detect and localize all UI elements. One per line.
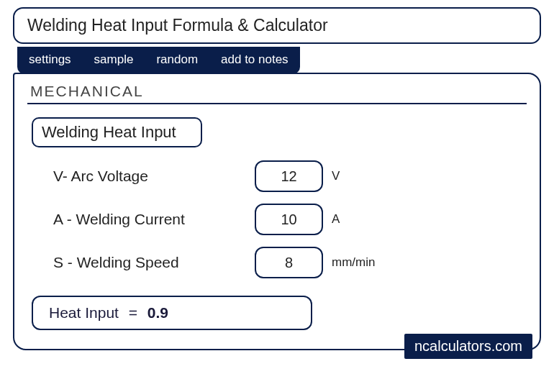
field-row-voltage: V- Arc Voltage V xyxy=(27,160,527,192)
result-label: Heat Input xyxy=(49,304,119,321)
calculator-subtitle: Welding Heat Input xyxy=(32,117,202,147)
field-row-speed: S - Welding Speed mm/min xyxy=(27,247,527,278)
speed-label: S - Welding Speed xyxy=(53,254,255,271)
result-value: 0.9 xyxy=(147,304,168,321)
tab-add-to-notes[interactable]: add to notes xyxy=(209,47,300,74)
speed-input[interactable] xyxy=(255,247,323,278)
calculator-panel: MECHANICAL Welding Heat Input V- Arc Vol… xyxy=(13,73,541,350)
page-title: Welding Heat Input Formula & Calculator xyxy=(13,7,541,44)
speed-unit: mm/min xyxy=(332,255,375,270)
current-label: A - Welding Current xyxy=(53,211,255,228)
voltage-input[interactable] xyxy=(255,160,323,192)
result-equals: = xyxy=(129,304,137,321)
current-input[interactable] xyxy=(255,204,323,235)
current-unit: A xyxy=(332,212,340,227)
brand-badge: ncalculators.com xyxy=(404,334,532,359)
voltage-unit: V xyxy=(332,169,340,183)
voltage-label: V- Arc Voltage xyxy=(53,168,255,185)
tab-bar: settings sample random add to notes xyxy=(17,47,300,74)
tab-settings[interactable]: settings xyxy=(17,47,83,74)
tab-sample[interactable]: sample xyxy=(83,47,145,74)
category-label: MECHANICAL xyxy=(27,83,527,104)
tab-random[interactable]: random xyxy=(145,47,209,74)
result-box: Heat Input = 0.9 xyxy=(32,296,312,330)
field-row-current: A - Welding Current A xyxy=(27,204,527,235)
